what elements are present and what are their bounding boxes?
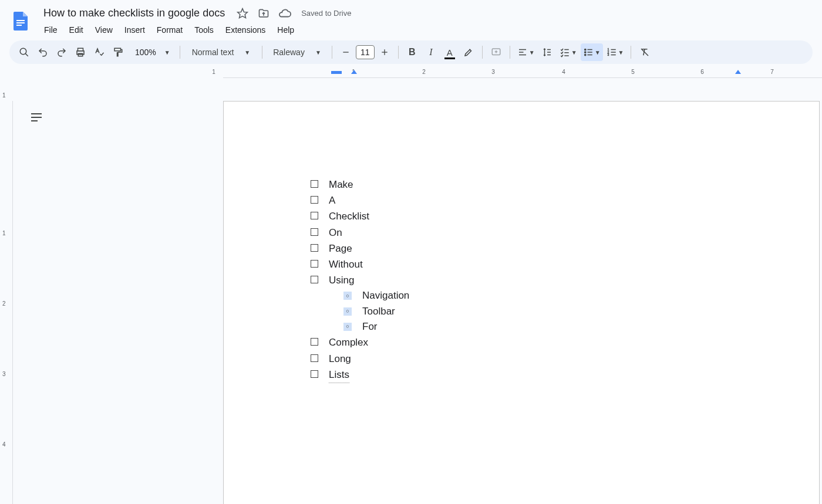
- checklist-dropdown[interactable]: ▼: [557, 43, 580, 61]
- document-page[interactable]: MakeAChecklistOnPageWithoutUsingNavigati…: [223, 101, 820, 504]
- checklist-item[interactable]: Checklist: [311, 208, 763, 224]
- checklist-item-text[interactable]: Page: [329, 241, 352, 256]
- sub-list-item-text[interactable]: Toolbar: [362, 304, 395, 319]
- menu-format[interactable]: Format: [151, 23, 188, 37]
- checklist[interactable]: MakeAChecklistOnPageWithoutUsingNavigati…: [311, 177, 763, 383]
- checkbox-icon[interactable]: [311, 196, 318, 204]
- checkbox-icon[interactable]: [311, 276, 318, 283]
- align-dropdown[interactable]: ▼: [515, 43, 537, 61]
- checklist-item-text[interactable]: A: [329, 192, 335, 208]
- checklist-item-text[interactable]: On: [329, 225, 342, 241]
- menu-help[interactable]: Help: [272, 23, 299, 37]
- increase-font-size-button[interactable]: [376, 43, 393, 61]
- sub-list-item-text[interactable]: For: [362, 319, 378, 334]
- ruler-num: 4: [2, 441, 6, 448]
- document-outline-icon[interactable]: [29, 111, 46, 123]
- checklist-item-text[interactable]: Without: [329, 256, 363, 272]
- circle-bullet-icon: [343, 323, 352, 331]
- undo-icon[interactable]: [34, 43, 52, 61]
- svg-point-29: [584, 54, 585, 55]
- zoom-dropdown[interactable]: 100% ▼: [128, 43, 175, 61]
- menu-edit[interactable]: Edit: [64, 23, 89, 37]
- search-menus-icon[interactable]: [15, 43, 33, 61]
- paragraph-style-value: Normal text: [192, 48, 234, 57]
- vertical-ruler[interactable]: 1 1 2 3 4: [0, 101, 13, 504]
- checklist-item[interactable]: A: [311, 192, 763, 208]
- redo-icon[interactable]: [53, 43, 70, 61]
- sub-list-item[interactable]: Navigation: [343, 288, 763, 303]
- checkbox-icon[interactable]: [311, 180, 318, 188]
- saved-status: Saved to Drive: [301, 9, 351, 18]
- chevron-down-icon: ▼: [618, 49, 624, 56]
- checkbox-icon[interactable]: [311, 260, 318, 268]
- print-icon[interactable]: [72, 43, 89, 61]
- move-icon[interactable]: [257, 6, 271, 21]
- left-indent-marker[interactable]: [351, 70, 357, 74]
- bulleted-list-dropdown[interactable]: ▼: [581, 43, 603, 61]
- checkbox-icon[interactable]: [311, 244, 318, 252]
- right-indent-marker[interactable]: [735, 70, 741, 74]
- horizontal-ruler[interactable]: 1 1 2 3 4 5 6 7: [0, 69, 822, 78]
- checklist-item-text[interactable]: Long: [329, 351, 351, 367]
- checklist-item[interactable]: Long: [311, 351, 763, 367]
- text-color-button[interactable]: A: [441, 43, 459, 61]
- checklist-item-text[interactable]: Using: [329, 272, 354, 288]
- sub-list-item[interactable]: Toolbar: [343, 304, 763, 319]
- checklist-item[interactable]: Page: [311, 241, 763, 256]
- checklist-item[interactable]: Without: [311, 256, 763, 272]
- ruler-num: 2: [2, 300, 6, 307]
- checklist-item[interactable]: On: [311, 225, 763, 241]
- checklist-item[interactable]: Make: [311, 177, 763, 192]
- checklist-item-text[interactable]: Make: [329, 177, 353, 192]
- svg-rect-2: [16, 25, 22, 26]
- menu-insert[interactable]: Insert: [119, 23, 150, 37]
- zoom-value: 100%: [133, 48, 159, 57]
- checkbox-icon[interactable]: [311, 370, 318, 378]
- checklist-item-text[interactable]: Lists: [329, 367, 349, 383]
- ruler-num: 1: [2, 92, 6, 99]
- document-workspace[interactable]: MakeAChecklistOnPageWithoutUsingNavigati…: [13, 101, 822, 504]
- checkbox-icon[interactable]: [311, 212, 318, 219]
- numbered-list-dropdown[interactable]: 123 ▼: [604, 43, 626, 61]
- cloud-saved-icon[interactable]: [278, 6, 292, 21]
- sub-list-item[interactable]: For: [343, 319, 763, 334]
- font-family-value: Raleway: [273, 48, 305, 57]
- menu-extensions[interactable]: Extensions: [220, 23, 271, 37]
- decrease-font-size-button[interactable]: [337, 43, 355, 61]
- checkbox-icon[interactable]: [311, 354, 318, 362]
- checkbox-icon[interactable]: [311, 228, 318, 236]
- checkbox-icon[interactable]: [311, 338, 318, 346]
- menu-view[interactable]: View: [90, 23, 118, 37]
- chevron-down-icon: ▼: [529, 49, 535, 56]
- highlight-color-button[interactable]: [460, 43, 477, 61]
- ruler-num: 7: [770, 69, 774, 75]
- italic-button[interactable]: I: [422, 43, 440, 61]
- insert-comment-button[interactable]: [487, 43, 505, 61]
- font-size-input[interactable]: 11: [356, 45, 375, 59]
- clear-formatting-button[interactable]: [636, 43, 653, 61]
- sub-list-item-text[interactable]: Navigation: [362, 288, 409, 303]
- checklist-item-text[interactable]: Complex: [329, 334, 368, 350]
- docs-logo-icon[interactable]: [9, 7, 33, 35]
- checklist-item[interactable]: Using: [311, 272, 763, 288]
- paragraph-style-dropdown[interactable]: Normal text ▼: [185, 43, 257, 61]
- header-main: How to make checklists in google docs Sa…: [39, 5, 813, 40]
- line-spacing-button[interactable]: [538, 43, 556, 61]
- first-line-indent-marker[interactable]: [331, 71, 342, 74]
- menu-tools[interactable]: Tools: [189, 23, 219, 37]
- ruler-num: 2: [422, 69, 426, 75]
- paint-format-icon[interactable]: [109, 43, 127, 61]
- svg-rect-0: [16, 20, 25, 21]
- star-icon[interactable]: [235, 6, 250, 21]
- checklist-item[interactable]: Complex: [311, 334, 763, 350]
- bold-button[interactable]: B: [403, 43, 421, 61]
- menu-file[interactable]: File: [39, 23, 63, 37]
- spellcheck-icon[interactable]: [90, 43, 108, 61]
- checklist-item-text[interactable]: Checklist: [329, 208, 369, 224]
- separator: [482, 46, 483, 59]
- font-family-dropdown[interactable]: Raleway ▼: [267, 43, 327, 61]
- document-title[interactable]: How to make checklists in google docs: [40, 6, 228, 21]
- separator: [262, 46, 262, 59]
- checklist-item[interactable]: Lists: [311, 367, 763, 383]
- svg-rect-1: [16, 22, 25, 23]
